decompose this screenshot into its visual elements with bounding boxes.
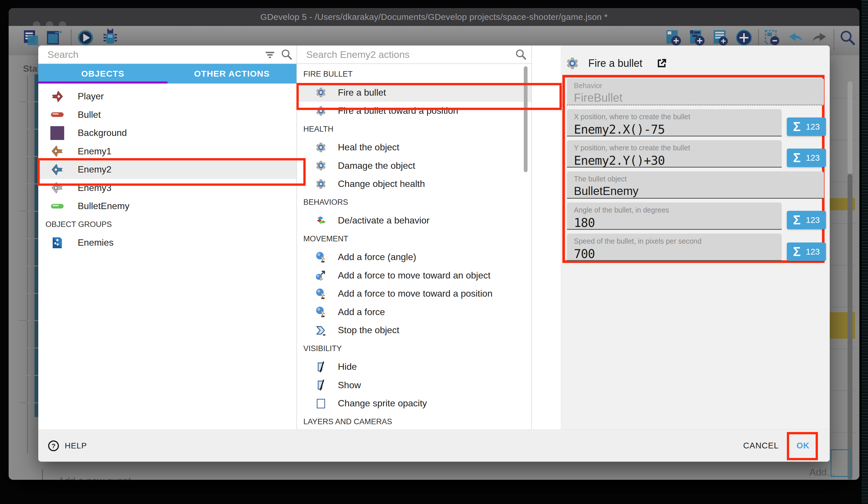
add-circle-icon[interactable] <box>735 29 753 47</box>
actions-scrollbar-thumb[interactable] <box>524 66 528 172</box>
add-subevent-icon[interactable] <box>688 29 706 47</box>
sigma-icon: Σ <box>793 245 800 258</box>
action-row-show[interactable]: Show <box>297 376 531 395</box>
gear-icon <box>315 178 327 190</box>
expression-editor-button[interactable]: Σ 123 <box>787 242 826 261</box>
bullet-icon <box>50 111 64 118</box>
gear-icon <box>315 141 327 153</box>
expression-editor-button[interactable]: Σ 123 <box>787 211 826 229</box>
tab-other-actions[interactable]: OTHER ACTIONS <box>167 64 297 83</box>
inspector-panel: Fire a bullet Behavior FireBullet X posi… <box>561 46 830 430</box>
action-row-force-toward-position[interactable]: Add a force to move toward a position <box>297 284 531 303</box>
action-row-fire-toward-position[interactable]: Fire a bullet toward a position <box>297 102 531 120</box>
field-label: X position, where to create the bullet <box>574 113 782 121</box>
ok-button[interactable]: OK <box>797 430 810 462</box>
action-row-force-toward-object[interactable]: Add a force to move toward an object <box>297 266 531 285</box>
action-row-deactivate-behavior[interactable]: De/activate a behavior <box>297 211 531 230</box>
filter-icon[interactable] <box>264 48 276 61</box>
field-value[interactable]: Enemy2.X()-75 <box>574 122 782 137</box>
object-row-enemy1[interactable]: Enemy1 <box>38 142 297 161</box>
open-in-new-icon[interactable] <box>655 57 668 70</box>
object-label: Enemy3 <box>78 183 111 193</box>
field-label: The bullet object <box>574 175 824 183</box>
enemy2-ship-icon <box>50 163 64 177</box>
tab-objects[interactable]: OBJECTS <box>38 64 167 83</box>
parameters-group-annotated: Behavior FireBullet X position, where to… <box>562 75 825 263</box>
expression-editor-button[interactable]: Σ 123 <box>787 118 826 136</box>
field-label: Speed of the bullet, in pixels per secon… <box>574 237 782 245</box>
action-label: Add a force to move toward an object <box>338 270 490 281</box>
object-label: BulletEnemy <box>78 201 130 211</box>
action-row-add-force-angle[interactable]: Add a force (angle) <box>297 248 531 266</box>
object-label: Background <box>78 128 127 138</box>
object-label: Bullet <box>78 109 101 120</box>
action-search-row <box>297 46 531 64</box>
object-row-player[interactable]: Player <box>38 87 297 106</box>
section-header-behaviors: BEHAVIORS <box>297 193 531 212</box>
action-row-hide[interactable]: Hide <box>297 358 531 376</box>
object-row-bullet[interactable]: Bullet <box>38 106 297 124</box>
screenshot-root: GDevelop 5 - /Users/dkarakay/Documents/G… <box>0 0 868 504</box>
action-search-input[interactable] <box>297 49 515 60</box>
debug-icon[interactable] <box>101 29 119 47</box>
add-event-icon[interactable] <box>664 29 682 47</box>
delete-event-icon[interactable] <box>763 29 781 47</box>
action-row-heal[interactable]: Heal the object <box>297 138 531 157</box>
actions-panel: FIRE BULLET Fire a bullet Fire a bullet … <box>297 46 532 430</box>
toolbar-separator <box>834 29 834 51</box>
action-row-add-force[interactable]: Add a force <box>297 303 531 321</box>
play-preview-icon[interactable] <box>76 29 94 47</box>
cancel-button[interactable]: CANCEL <box>743 430 779 462</box>
expression-editor-button[interactable]: Σ 123 <box>787 149 826 167</box>
object-row-enemy3[interactable]: Enemy3 <box>38 179 297 197</box>
force-toward-object-icon <box>315 269 327 281</box>
add-comment-icon[interactable] <box>711 29 729 47</box>
expression-button-label: 123 <box>806 215 820 225</box>
opacity-icon <box>315 397 327 410</box>
search-events-icon[interactable] <box>839 29 857 47</box>
expression-button-label: 123 <box>806 247 820 256</box>
field-x-position[interactable]: X position, where to create the bullet E… <box>567 109 782 137</box>
bullet-enemy-icon <box>50 202 64 210</box>
field-value[interactable]: 700 <box>574 247 782 261</box>
editor-scrollbar-track <box>848 81 852 174</box>
object-row-enemy2[interactable]: Enemy2 <box>38 160 297 179</box>
behavior-icon <box>315 214 327 226</box>
sigma-icon: Σ <box>793 151 800 164</box>
field-value[interactable]: 180 <box>574 216 782 230</box>
action-row-change-opacity[interactable]: Change sprite opacity <box>297 394 531 413</box>
field-y-position[interactable]: Y position, where to create the bullet E… <box>567 140 782 168</box>
section-header-visibility: VISIBILITY <box>297 340 531 358</box>
project-manager-icon[interactable] <box>22 29 40 47</box>
force-icon <box>315 306 327 318</box>
enemy3-ship-icon <box>50 181 64 195</box>
gear-icon <box>315 160 327 172</box>
action-row-damage[interactable]: Damage the object <box>297 157 531 175</box>
field-angle[interactable]: Angle of the bullet, in degrees 180 Σ 12… <box>567 202 782 230</box>
field-value[interactable]: Enemy2.Y()+30 <box>574 153 782 168</box>
redo-icon[interactable] <box>810 29 828 47</box>
field-value[interactable]: BulletEnemy <box>574 185 824 198</box>
editor-scrollbar-thumb[interactable] <box>848 174 852 480</box>
field-speed[interactable]: Speed of the bullet, in pixels per secon… <box>567 234 782 261</box>
open-scene-icon[interactable] <box>45 29 63 47</box>
object-row-bulletenemy[interactable]: BulletEnemy <box>38 197 297 215</box>
action-row-stop-object[interactable]: Stop the object <box>297 321 531 340</box>
field-bullet-object[interactable]: The bullet object BulletEnemy <box>567 171 824 199</box>
add-new-event-label[interactable]: Add a new event <box>58 475 131 480</box>
add-more-label[interactable]: Add... <box>809 466 835 478</box>
object-row-enemies-group[interactable]: Enemies <box>38 234 297 252</box>
object-search-input[interactable] <box>38 49 264 60</box>
help-button[interactable]: HELP <box>48 430 87 462</box>
show-icon <box>315 379 327 391</box>
object-label: Enemies <box>78 237 114 248</box>
action-row-change-health[interactable]: Change object health <box>297 175 531 193</box>
undo-icon[interactable] <box>787 29 805 47</box>
object-row-background[interactable]: Background <box>38 124 297 142</box>
field-value: FireBullet <box>574 91 824 104</box>
action-label: Fire a bullet <box>338 87 386 98</box>
ok-button-label: OK <box>797 441 810 451</box>
field-label: Behavior <box>574 81 824 90</box>
action-row-fire-a-bullet[interactable]: Fire a bullet <box>297 83 531 102</box>
scene-tab-label: Sta <box>23 63 38 74</box>
